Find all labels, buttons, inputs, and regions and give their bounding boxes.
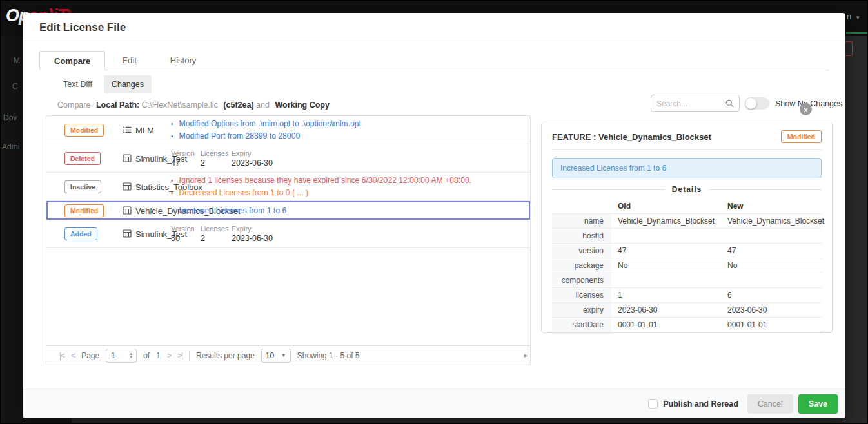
new-cell: 6	[721, 291, 822, 300]
publish-and-reread-checkbox[interactable]	[648, 399, 658, 409]
last-page-button[interactable]: >|	[177, 351, 182, 360]
tab-edit[interactable]: Edit	[105, 51, 153, 70]
show-no-changes-toggle[interactable]	[745, 97, 769, 110]
page-stepper[interactable]: ▲▼	[129, 352, 136, 359]
feature-row-vehicle-dynamics-blockset-selected[interactable]: Modified Vehicle_Dynamics_Blockset Incre…	[46, 201, 530, 220]
page-number-input[interactable]: 1 ▲▼	[106, 349, 137, 363]
tab-history[interactable]: History	[153, 51, 213, 70]
status-badge: Modified	[64, 204, 104, 217]
results-per-page-label: Results per page	[196, 351, 255, 360]
feature-row-mlm[interactable]: Modified MLM Modified Options from .\mlm…	[46, 116, 530, 144]
scroll-right-arrow[interactable]: ▸	[524, 351, 528, 360]
close-details-button[interactable]: x	[800, 103, 812, 115]
table-icon	[123, 182, 132, 191]
change-summary: Ignored 1 licenses because they have exp…	[171, 175, 471, 199]
results-per-page-select[interactable]: 10 ▼	[261, 349, 291, 363]
divider	[552, 189, 664, 190]
search-input[interactable]	[656, 99, 725, 108]
local-path-label: Local Path:	[96, 101, 139, 110]
chevron-down-icon: ▼	[281, 352, 286, 358]
change-item: Modified Options from .\mlm.opt to .\opt…	[171, 118, 361, 130]
divider	[23, 41, 845, 41]
details-header: FEATURE : Vehicle_Dynamics_Blockset Modi…	[542, 122, 832, 149]
expiry-label: Expiry	[232, 225, 273, 233]
subtab-text-diff[interactable]: Text Diff	[55, 75, 100, 93]
divider	[552, 149, 822, 150]
change-item[interactable]: Decreased Licenses from 1 to 0 ( ... )	[171, 187, 471, 199]
old-cell: No	[611, 261, 721, 270]
feature-name: MLM	[135, 125, 154, 135]
sidebar-item-fragment: Dov	[3, 113, 17, 122]
key-cell: expiry	[552, 303, 611, 317]
results-per-page-value: 10	[266, 351, 281, 360]
subtab-bar: Text Diff Changes	[55, 75, 152, 93]
version-value: 50	[171, 234, 199, 243]
new-cell: 0001-01-01	[721, 320, 822, 329]
feature-row-simulink-test-deleted[interactable]: Deleted Simulink_Test Version47 Licenses…	[46, 144, 530, 173]
local-path-value: C:\FlexNet\sample.lic	[142, 101, 218, 110]
version-label: Version	[171, 149, 199, 157]
old-cell: 2023-06-30	[611, 305, 721, 314]
publish-and-reread-label: Publish and Reread	[663, 400, 738, 409]
change-summary: Increased Licenses from 1 to 6	[171, 204, 286, 217]
divider	[189, 351, 190, 361]
new-cell: 2023-06-30	[721, 305, 822, 314]
feature-row-simulink-test-added[interactable]: Added Simulink_Test Version50 Licenses2 …	[46, 220, 530, 248]
prev-page-button[interactable]: <	[71, 351, 75, 360]
expiry-value: 2023-06-30	[232, 234, 273, 243]
change-alert: Increased Licenses from 1 to 6	[552, 158, 822, 178]
old-column-header: Old	[611, 202, 721, 211]
toggle-knob	[745, 98, 756, 109]
old-cell: 47	[611, 246, 721, 255]
table-icon	[123, 154, 132, 163]
save-button[interactable]: Save	[798, 394, 838, 414]
background-button-fragment	[845, 41, 853, 56]
status-badge: Inactive	[64, 180, 101, 193]
page-number-value: 1	[111, 351, 129, 360]
screen: Open)iT® M C Dov Admi n▼ Edit License Fi…	[0, 0, 868, 424]
key-cell: startDate	[552, 318, 611, 332]
cancel-button[interactable]: Cancel	[747, 394, 793, 414]
details-table: Old New nameVehicle_Dynamics_BlocksetVeh…	[552, 199, 822, 332]
new-cell: Vehicle_Dynamics_Blockset	[721, 217, 824, 226]
user-menu-fragment: n▼	[847, 12, 860, 21]
details-row-expiry: expiry2023-06-302023-06-30	[552, 303, 822, 318]
details-row-hostid: hostId	[552, 229, 822, 244]
compare-summary: Compare Local Path: C:\FlexNet\sample.li…	[57, 101, 330, 110]
details-title: FEATURE : Vehicle_Dynamics_Blockset	[552, 132, 711, 142]
search-icon	[725, 99, 734, 108]
change-item: Ignored 1 licenses because they have exp…	[171, 175, 471, 187]
chevron-down-icon: ▼	[855, 15, 860, 21]
edit-license-file-dialog: Edit License File Compare Edit History T…	[23, 13, 845, 418]
key-cell: version	[552, 244, 611, 258]
table-icon	[123, 229, 132, 238]
details-row-startdate: startDate0001-01-010001-01-01	[552, 318, 822, 332]
first-page-button[interactable]: |<	[59, 351, 64, 360]
details-header-row: Old New	[552, 199, 822, 214]
details-section-label: Details	[672, 185, 702, 194]
step-down-icon[interactable]: ▼	[129, 356, 133, 359]
showing-summary: Showing 1 - 5 of 5	[297, 351, 360, 360]
key-cell: licenses	[552, 288, 611, 302]
licenses-value: 2	[201, 234, 230, 243]
details-row-licenses: licenses16	[552, 288, 822, 303]
details-row-components: components	[552, 273, 822, 288]
version-value: 47	[171, 159, 199, 168]
conjunction: and	[256, 101, 270, 110]
background-accent-fragment	[846, 32, 868, 34]
feature-row-statistics-toolbox[interactable]: Inactive Statistics_Toolbox Ignored 1 li…	[46, 173, 530, 201]
publish-and-reread-option[interactable]: Publish and Reread	[648, 399, 738, 409]
key-cell	[552, 199, 611, 213]
new-cell: No	[721, 261, 822, 270]
feature-details-panel: FEATURE : Vehicle_Dynamics_Blockset Modi…	[541, 122, 833, 333]
dialog-title: Edit License File	[39, 21, 126, 34]
tab-compare[interactable]: Compare	[39, 51, 105, 70]
table-icon	[123, 206, 132, 215]
change-item: Increased Licenses from 1 to 6	[171, 204, 286, 217]
search-box[interactable]	[651, 95, 740, 112]
old-cell: Vehicle_Dynamics_Blockset	[611, 217, 721, 226]
expiry-label: Expiry	[232, 149, 273, 157]
next-page-button[interactable]: >	[167, 351, 171, 360]
subtab-changes[interactable]: Changes	[104, 75, 152, 93]
sidebar-item-fragment: M	[14, 56, 20, 65]
